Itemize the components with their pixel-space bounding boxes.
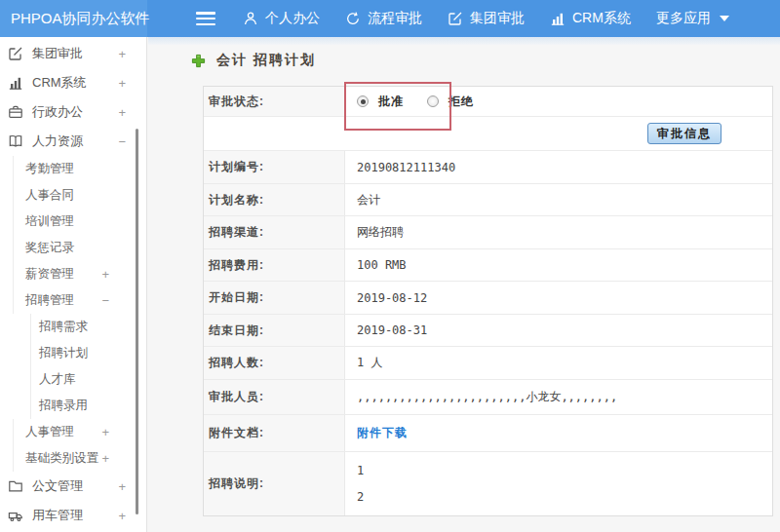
- sidebar-item-reward-punishment[interactable]: 奖惩记录: [0, 235, 146, 261]
- sidebar-item-label: 行政办公: [32, 103, 83, 121]
- sidebar-item-crm-system[interactable]: CRM系统+: [0, 68, 146, 97]
- top-nav: 个人办公流程审批集团审批CRM系统更多应用: [243, 10, 755, 27]
- field-value: 2019-08-12: [357, 291, 427, 305]
- expand-plus-icon[interactable]: +: [118, 47, 126, 61]
- edit-square-icon: [8, 46, 23, 61]
- nav-item-label: 流程审批: [368, 10, 422, 27]
- sidebar-item-group-approval[interactable]: 集团审批+: [0, 39, 146, 68]
- expand-plus-icon[interactable]: +: [101, 451, 109, 466]
- field-label: 审批状态:: [204, 87, 345, 116]
- field-value: 100 RMB: [357, 258, 407, 272]
- sidebar-item-recruit-plan[interactable]: 招聘计划: [0, 340, 146, 366]
- field-label: 结束日期:: [204, 315, 345, 346]
- add-plus-icon[interactable]: [191, 54, 206, 68]
- field-label: 招聘人数:: [204, 347, 345, 379]
- radio-reject-circle[interactable]: [427, 95, 439, 107]
- sidebar-item-label: 培训管理: [25, 213, 74, 230]
- sidebar-scrollbar[interactable]: [136, 129, 138, 514]
- sidebar-item-personnel-contract[interactable]: 人事合同: [0, 182, 146, 209]
- sidebar-item-vehicle-mgmt[interactable]: 用车管理+: [0, 501, 146, 530]
- sidebar-item-salary-mgmt[interactable]: 薪资管理+: [0, 261, 146, 287]
- nav-item-process-approval[interactable]: 流程审批: [345, 10, 422, 27]
- expand-plus-icon[interactable]: +: [118, 509, 126, 523]
- page-header: 会计 招聘计划: [191, 52, 316, 69]
- field-label: 开始日期:: [204, 282, 345, 314]
- page-title: 会计 招聘计划: [216, 52, 316, 69]
- sidebar-item-label: 奖惩记录: [25, 240, 74, 256]
- sidebar-item-label: CRM系统: [32, 74, 87, 92]
- field-value: 会计: [357, 192, 380, 209]
- nav-item-crm-system[interactable]: CRM系统: [550, 10, 631, 27]
- caret-down-icon: [720, 16, 729, 21]
- approval-button-row: 审批信息: [204, 117, 772, 151]
- sidebar-item-label: 集团审批: [32, 45, 83, 62]
- field-label: 附件文档:: [204, 415, 345, 451]
- sidebar-item-label: 薪资管理: [25, 266, 74, 283]
- sidebar-item-label: 基础类别设置: [25, 450, 98, 467]
- nav-item-personal-office[interactable]: 个人办公: [243, 10, 320, 27]
- app-window: PHPOA协同办公软件 个人办公流程审批集团审批CRM系统更多应用 集团审批+C…: [0, 0, 780, 532]
- sidebar-item-admin-office[interactable]: 行政办公+: [0, 97, 146, 127]
- field-row-attachment: 附件文档:附件下载: [204, 415, 772, 452]
- main-content: 会计 招聘计划 审批状态: 批准 拒绝: [148, 37, 780, 532]
- nav-item-label: CRM系统: [572, 10, 631, 27]
- field-row-start-date: 开始日期:2019-08-12: [204, 282, 772, 315]
- expand-plus-icon[interactable]: +: [118, 479, 126, 494]
- field-label: 招聘费用:: [204, 249, 345, 281]
- sidebar-item-label: 招聘管理: [25, 292, 74, 309]
- expand-plus-icon[interactable]: +: [118, 105, 126, 120]
- expand-plus-icon[interactable]: +: [101, 267, 109, 282]
- nav-item-label: 个人办公: [265, 10, 320, 27]
- field-label: 计划名称:: [204, 184, 345, 215]
- sidebar-item-label: 公文管理: [32, 477, 83, 495]
- sidebar-item-label: 招聘录用: [39, 398, 88, 414]
- field-row-recruit-channel: 招聘渠道:网络招聘: [204, 216, 772, 249]
- edit-square-icon: [448, 11, 463, 26]
- nav-item-label: 集团审批: [470, 10, 525, 27]
- sidebar-item-talent-pool[interactable]: 人才库: [0, 366, 146, 393]
- radio-approve[interactable]: 批准: [357, 94, 404, 110]
- attachment-download-link[interactable]: 附件下载: [357, 425, 408, 441]
- expand-plus-icon[interactable]: +: [101, 425, 109, 439]
- radio-reject[interactable]: 拒绝: [427, 94, 474, 110]
- sidebar-item-label: 考勤管理: [25, 161, 74, 177]
- sidebar-item-training-mgmt[interactable]: 培训管理: [0, 209, 146, 235]
- folder-icon: [8, 478, 23, 494]
- expand-plus-icon[interactable]: +: [118, 76, 126, 91]
- app-logo: PHPOA协同办公软件: [0, 0, 147, 37]
- bar-chart-icon: [550, 11, 566, 26]
- sidebar-item-personnel-mgmt[interactable]: 人事管理+: [0, 419, 146, 445]
- field-value: 20190812111340: [357, 161, 455, 174]
- field-label: 招聘渠道:: [204, 216, 345, 248]
- sidebar-item-document-mgmt[interactable]: 公文管理+: [0, 472, 146, 501]
- sidebar-item-recruit-demand[interactable]: 招聘需求: [0, 314, 146, 340]
- hamburger-menu-icon[interactable]: [196, 12, 215, 25]
- sidebar-item-attendance-mgmt[interactable]: 考勤管理: [0, 156, 146, 182]
- sidebar-item-label: 人力资源: [32, 133, 83, 150]
- field-label: 计划编号:: [204, 151, 345, 183]
- person-icon: [243, 11, 258, 26]
- field-label: 招聘说明:: [204, 452, 345, 515]
- field-value: 网络招聘: [357, 224, 404, 241]
- sidebar-item-recruit-mgmt[interactable]: 招聘管理−: [0, 287, 146, 314]
- collapse-minus-icon[interactable]: −: [118, 134, 126, 149]
- content-top-strip: [148, 37, 780, 45]
- field-row-end-date: 结束日期:2019-08-31: [204, 315, 772, 347]
- field-row-recruit-cost: 招聘费用:100 RMB: [204, 249, 772, 282]
- collapse-minus-icon[interactable]: −: [101, 293, 109, 308]
- book-icon: [8, 133, 23, 149]
- sidebar-item-label: 人才库: [39, 371, 76, 388]
- approval-radio-group: 批准 拒绝: [357, 94, 484, 110]
- nav-item-more-apps[interactable]: 更多应用: [656, 10, 729, 27]
- sidebar-item-basic-category-settings[interactable]: 基础类别设置+: [0, 445, 146, 472]
- sidebar-item-label: 用车管理: [32, 507, 83, 524]
- nav-item-group-approval[interactable]: 集团审批: [448, 10, 525, 27]
- sidebar-item-label: 人事管理: [25, 424, 74, 440]
- sidebar-item-recruit-hiring[interactable]: 招聘录用: [0, 393, 146, 419]
- radio-approve-circle[interactable]: [357, 95, 369, 107]
- sidebar: 集团审批+CRM系统+行政办公+人力资源−考勤管理人事合同培训管理奖惩记录薪资管…: [0, 37, 147, 532]
- field-row-recruit-description: 招聘说明:12: [204, 452, 772, 515]
- cycle-arrow-icon: [345, 11, 361, 26]
- sidebar-item-human-resources[interactable]: 人力资源−: [0, 127, 146, 156]
- approval-info-button[interactable]: 审批信息: [647, 123, 722, 144]
